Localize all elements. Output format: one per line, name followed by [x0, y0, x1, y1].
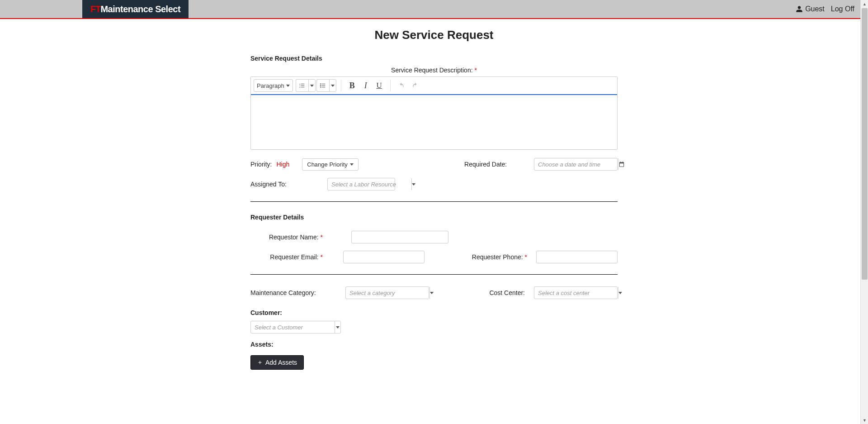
chevron-down-icon: [350, 163, 354, 166]
format-group: B I U: [346, 79, 386, 92]
svg-point-1: [320, 85, 321, 86]
requester-email-label: Requester Email:: [270, 253, 318, 261]
required-date-label: Required Date:: [441, 161, 507, 168]
user-label: Guest: [805, 5, 825, 13]
description-textarea[interactable]: [251, 95, 617, 149]
requestor-name-input[interactable]: [351, 231, 448, 243]
page-title: New Service Request: [250, 28, 618, 42]
undo-button[interactable]: [395, 79, 408, 92]
section-divider: [250, 274, 618, 275]
paragraph-label: Paragraph: [257, 82, 284, 89]
app-header: FTMaintenance Select Guest Log Off: [0, 0, 868, 19]
add-assets-button[interactable]: Add Assets: [250, 355, 304, 370]
svg-point-2: [320, 86, 321, 87]
add-assets-label: Add Assets: [265, 359, 297, 366]
requester-phone-label: Requester Phone:: [472, 253, 523, 261]
user-icon: [796, 5, 803, 13]
ordered-list-icon: [299, 82, 305, 89]
maintenance-category-combo[interactable]: [345, 286, 429, 299]
logoff-link[interactable]: Log Off: [831, 5, 854, 13]
chevron-down-icon: [336, 326, 340, 329]
maintenance-category-label: Maintenance Category:: [250, 289, 345, 296]
customer-dropdown-btn[interactable]: [335, 321, 340, 333]
customer-input[interactable]: [251, 321, 335, 333]
required-date-input[interactable]: [534, 158, 618, 171]
description-label-row: Service Request Description: *: [250, 67, 618, 74]
history-group: [395, 79, 421, 92]
customer-label: Customer:: [250, 309, 618, 316]
maintenance-category-input[interactable]: [346, 287, 429, 299]
cost-center-input[interactable]: [534, 287, 618, 299]
scrollbar-thumb[interactable]: [862, 8, 868, 280]
toolbar-separator: [341, 80, 341, 91]
change-priority-label: Change Priority: [307, 161, 348, 168]
editor-toolbar: Paragraph B: [251, 77, 617, 95]
description-editor: Paragraph B: [250, 76, 618, 150]
underline-button[interactable]: U: [373, 79, 386, 92]
requester-email-input[interactable]: [343, 251, 425, 263]
app-logo: FTMaintenance Select: [82, 0, 189, 18]
plus-icon: [257, 360, 263, 365]
undo-icon: [398, 82, 405, 89]
customer-combo[interactable]: [250, 321, 341, 333]
svg-point-0: [320, 83, 321, 84]
scroll-up-arrow[interactable]: ▲: [861, 0, 868, 8]
assigned-to-dropdown-btn[interactable]: [411, 178, 415, 190]
redo-button[interactable]: [409, 79, 421, 92]
required-marker: *: [525, 253, 527, 261]
priority-label: Priority:: [250, 161, 272, 168]
chevron-down-icon: [286, 85, 290, 87]
unordered-list-button[interactable]: [316, 79, 336, 92]
chevron-down-icon: [412, 183, 415, 186]
calendar-button[interactable]: [618, 158, 625, 170]
requestor-name-label: Requestor Name:: [269, 233, 319, 241]
cost-center-dropdown-btn[interactable]: [618, 287, 622, 299]
cost-center-label: Cost Center:: [489, 289, 525, 296]
chevron-down-icon: [310, 85, 314, 87]
description-label: Service Request Description:: [391, 67, 473, 74]
scrollbar[interactable]: ▲ ▼: [860, 0, 868, 370]
main-container: New Service Request Service Request Deta…: [250, 19, 618, 370]
chevron-down-icon: [618, 292, 622, 294]
date-text-input[interactable]: [534, 158, 618, 170]
cost-center-combo[interactable]: [534, 286, 618, 299]
chevron-down-icon: [430, 292, 434, 294]
bold-button[interactable]: B: [346, 79, 359, 92]
toolbar-separator: [390, 80, 391, 91]
change-priority-button[interactable]: Change Priority: [302, 158, 359, 171]
logo-text: Maintenance Select: [100, 4, 180, 14]
section-details-title: Service Request Details: [250, 55, 618, 62]
assets-label: Assets:: [250, 341, 618, 348]
paragraph-format-dropdown[interactable]: Paragraph: [254, 79, 293, 92]
logo-prefix: FT: [90, 4, 100, 14]
header-right: Guest Log Off: [796, 0, 868, 18]
redo-icon: [412, 82, 418, 89]
list-group: [296, 79, 336, 92]
requester-phone-input[interactable]: [536, 251, 618, 263]
required-marker: *: [321, 233, 323, 241]
unordered-list-icon: [320, 82, 326, 89]
priority-value: High: [276, 161, 289, 168]
chevron-down-icon: [331, 85, 335, 87]
required-marker: *: [321, 253, 323, 261]
required-marker: *: [474, 67, 476, 74]
maintenance-category-dropdown-btn[interactable]: [429, 287, 434, 299]
ordered-list-button[interactable]: [296, 79, 316, 92]
section-requester-title: Requester Details: [250, 214, 618, 221]
section-divider: [250, 201, 618, 202]
user-display: Guest: [796, 5, 825, 13]
assigned-to-input[interactable]: [328, 178, 411, 190]
calendar-icon: [618, 161, 625, 167]
assigned-to-label: Assigned To:: [250, 181, 323, 188]
italic-button[interactable]: I: [359, 79, 372, 92]
assigned-to-combo[interactable]: [327, 178, 395, 191]
